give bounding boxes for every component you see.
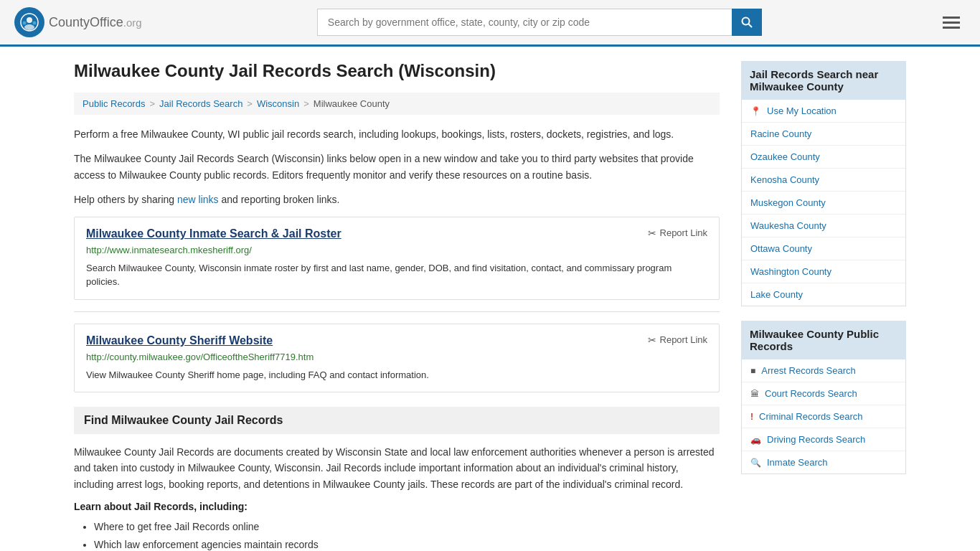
content-area: Milwaukee County Jail Records Search (Wi… bbox=[74, 61, 720, 551]
sidebar-item-lake[interactable]: Lake County bbox=[742, 283, 905, 306]
driving-records-link[interactable]: Driving Records Search bbox=[767, 434, 865, 445]
lake-county-link[interactable]: Lake County bbox=[750, 289, 803, 300]
report-link-btn-1[interactable]: ✂ Report Link bbox=[648, 334, 707, 346]
sidebar-public-records-list: ■ Arrest Records Search 🏛 Court Records … bbox=[741, 359, 906, 474]
new-links-link[interactable]: new links bbox=[177, 194, 219, 205]
menu-line-3 bbox=[943, 27, 960, 29]
muskegon-county-link[interactable]: Muskegon County bbox=[750, 197, 826, 208]
bullet-list: Where to get free Jail Records online Wh… bbox=[74, 518, 720, 551]
breadcrumb: Public Records > Jail Records Search > W… bbox=[74, 93, 720, 115]
breadcrumb-current: Milwaukee County bbox=[314, 98, 390, 109]
report-icon-1: ✂ bbox=[648, 334, 656, 346]
logo-icon bbox=[14, 7, 44, 37]
sidebar-item-court[interactable]: 🏛 Court Records Search bbox=[742, 382, 905, 405]
breadcrumb-sep-1: > bbox=[149, 98, 155, 109]
sidebar-item-use-my-location[interactable]: 📍 Use My Location bbox=[742, 100, 905, 123]
svg-point-3 bbox=[23, 22, 27, 25]
record-link-1[interactable]: Milwaukee County Sheriff Website bbox=[86, 334, 273, 347]
sidebar-public-records-title: Milwaukee County Public Records bbox=[741, 321, 906, 359]
record-card-0-header: Milwaukee County Inmate Search & Jail Ro… bbox=[86, 227, 707, 240]
sidebar-item-waukesha[interactable]: Waukesha County bbox=[742, 215, 905, 237]
record-desc-1: View Milwaukee County Sheriff home page,… bbox=[86, 368, 707, 382]
sidebar-item-racine[interactable]: Racine County bbox=[742, 123, 905, 146]
breadcrumb-wisconsin[interactable]: Wisconsin bbox=[257, 98, 299, 109]
sidebar-item-ozaukee[interactable]: Ozaukee County bbox=[742, 146, 905, 169]
find-section-header: Find Milwaukee County Jail Records bbox=[74, 407, 720, 434]
court-records-link[interactable]: Court Records Search bbox=[765, 388, 857, 399]
intro-p1: Perform a free Milwaukee County, WI publ… bbox=[74, 126, 720, 142]
intro-p3-prefix: Help others by sharing bbox=[74, 194, 177, 205]
sidebar-item-inmate[interactable]: 🔍 Inmate Search bbox=[742, 451, 905, 474]
search-button[interactable] bbox=[732, 9, 762, 36]
search-input[interactable] bbox=[317, 9, 732, 36]
menu-line-1 bbox=[943, 17, 960, 19]
learn-about-label: Learn about Jail Records, including: bbox=[74, 501, 720, 512]
record-desc-0: Search Milwaukee County, Wisconsin inmat… bbox=[86, 261, 707, 289]
ottawa-county-link[interactable]: Ottawa County bbox=[750, 243, 812, 254]
record-link-0[interactable]: Milwaukee County Inmate Search & Jail Ro… bbox=[86, 227, 341, 240]
waukesha-county-link[interactable]: Waukesha County bbox=[750, 220, 826, 231]
find-records-description: Milwaukee County Jail Records are docume… bbox=[74, 444, 720, 492]
record-card-1: Milwaukee County Sheriff Website ✂ Repor… bbox=[74, 324, 720, 393]
report-link-btn-0[interactable]: ✂ Report Link bbox=[648, 227, 707, 239]
arrest-records-link[interactable]: Arrest Records Search bbox=[761, 365, 856, 376]
arrest-icon: ■ bbox=[750, 366, 755, 376]
sidebar-item-ottawa[interactable]: Ottawa County bbox=[742, 237, 905, 260]
location-pin-icon: 📍 bbox=[750, 106, 761, 116]
sidebar-item-arrest[interactable]: ■ Arrest Records Search bbox=[742, 359, 905, 382]
record-url-1[interactable]: http://county.milwaukee.gov/OfficeoftheS… bbox=[86, 352, 707, 362]
inmate-icon: 🔍 bbox=[750, 458, 761, 468]
bullet-item-0: Where to get free Jail Records online bbox=[94, 518, 720, 536]
intro-p3-suffix: and reporting broken links. bbox=[219, 194, 340, 205]
record-card-1-header: Milwaukee County Sheriff Website ✂ Repor… bbox=[86, 334, 707, 347]
sidebar-item-driving[interactable]: 🚗 Driving Records Search bbox=[742, 428, 905, 451]
use-my-location-link[interactable]: Use My Location bbox=[767, 105, 837, 116]
sidebar-item-criminal[interactable]: ! Criminal Records Search bbox=[742, 405, 905, 428]
menu-button[interactable] bbox=[937, 14, 966, 32]
sidebar-public-records-section: Milwaukee County Public Records ■ Arrest… bbox=[741, 321, 906, 474]
svg-point-4 bbox=[33, 22, 37, 25]
criminal-records-link[interactable]: Criminal Records Search bbox=[759, 411, 863, 422]
svg-point-5 bbox=[742, 18, 749, 25]
report-label-1: Report Link bbox=[660, 334, 707, 345]
sidebar-nearby-title: Jail Records Search near Milwaukee Count… bbox=[741, 61, 906, 100]
racine-county-link[interactable]: Racine County bbox=[750, 128, 811, 139]
bullet-item-1: Which law enforcement agencies maintain … bbox=[94, 536, 720, 551]
divider-1 bbox=[74, 311, 720, 312]
inmate-search-link[interactable]: Inmate Search bbox=[767, 457, 828, 468]
breadcrumb-sep-3: > bbox=[303, 98, 309, 109]
search-area bbox=[317, 9, 762, 36]
sidebar-item-muskegon[interactable]: Muskegon County bbox=[742, 192, 905, 215]
sidebar-item-washington[interactable]: Washington County bbox=[742, 260, 905, 283]
svg-point-1 bbox=[27, 17, 32, 23]
sidebar: Jail Records Search near Milwaukee Count… bbox=[741, 61, 906, 551]
page-title: Milwaukee County Jail Records Search (Wi… bbox=[74, 61, 720, 81]
ozaukee-county-link[interactable]: Ozaukee County bbox=[750, 151, 820, 162]
logo-name: CountyOffice bbox=[49, 15, 123, 29]
logo-suffix: .org bbox=[123, 17, 142, 29]
record-url-0[interactable]: http://www.inmatesearch.mkesheriff.org/ bbox=[86, 245, 707, 255]
record-card-0: Milwaukee County Inmate Search & Jail Ro… bbox=[74, 217, 720, 300]
breadcrumb-sep-2: > bbox=[247, 98, 253, 109]
breadcrumb-jail-records[interactable]: Jail Records Search bbox=[159, 98, 242, 109]
intro-p3: Help others by sharing new links and rep… bbox=[74, 192, 720, 207]
logo-area: CountyOffice.org bbox=[14, 7, 142, 37]
breadcrumb-public-records[interactable]: Public Records bbox=[83, 98, 145, 109]
sidebar-nearby-list: 📍 Use My Location Racine County Ozaukee … bbox=[741, 100, 906, 306]
svg-line-6 bbox=[748, 24, 752, 28]
sidebar-item-kenosha[interactable]: Kenosha County bbox=[742, 169, 905, 192]
report-icon-0: ✂ bbox=[648, 227, 656, 239]
logo-text: CountyOffice.org bbox=[49, 15, 142, 30]
site-header: CountyOffice.org bbox=[0, 0, 980, 47]
record-title-0: Milwaukee County Inmate Search & Jail Ro… bbox=[86, 227, 341, 240]
criminal-icon: ! bbox=[750, 412, 753, 422]
intro-p2: The Milwaukee County Jail Records Search… bbox=[74, 151, 720, 183]
sidebar-nearby-section: Jail Records Search near Milwaukee Count… bbox=[741, 61, 906, 306]
main-container: Milwaukee County Jail Records Search (Wi… bbox=[60, 47, 920, 551]
washington-county-link[interactable]: Washington County bbox=[750, 266, 831, 277]
driving-icon: 🚗 bbox=[750, 435, 761, 445]
court-icon: 🏛 bbox=[750, 389, 759, 399]
record-title-1: Milwaukee County Sheriff Website bbox=[86, 334, 273, 347]
find-section-title: Find Milwaukee County Jail Records bbox=[84, 414, 283, 426]
kenosha-county-link[interactable]: Kenosha County bbox=[750, 174, 819, 185]
